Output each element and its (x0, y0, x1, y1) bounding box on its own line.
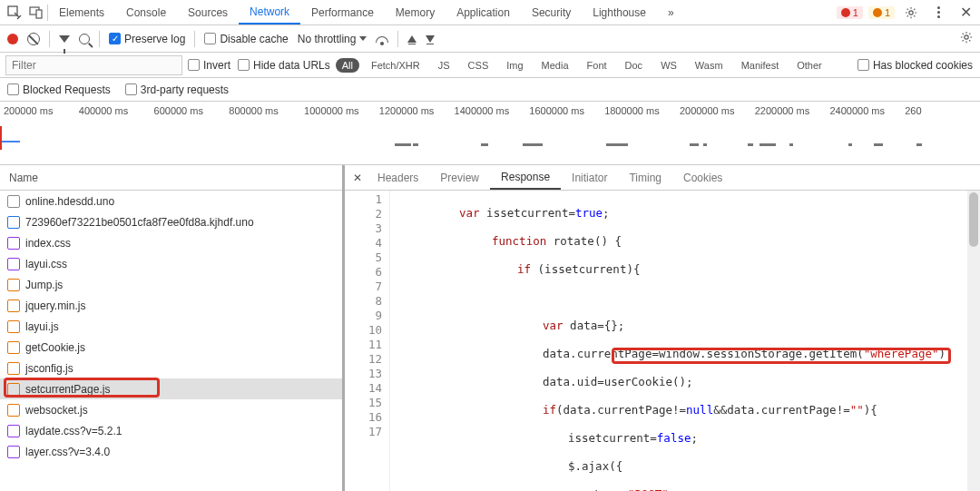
network-conditions-icon[interactable] (376, 33, 388, 45)
request-item[interactable]: online.hdesdd.uno (0, 191, 342, 211)
line-numbers: 1234567891011121314151617 (345, 191, 390, 491)
filter-type-fetchxhr[interactable]: Fetch/XHR (365, 58, 426, 73)
request-name: 723960ef73221be0501cfa8f7ee0fd8a.kjhdf.u… (25, 216, 254, 229)
preserve-log-checkbox[interactable]: Preserve log (109, 33, 185, 45)
tab-console[interactable]: Console (115, 0, 177, 25)
device-icon[interactable] (25, 2, 47, 24)
filter-type-manifest[interactable]: Manifest (735, 58, 786, 73)
hide-data-urls-checkbox[interactable]: Hide data URLs (238, 59, 330, 72)
request-item[interactable]: jsconfig.js (0, 358, 342, 378)
timeline-segment (523, 143, 543, 146)
tab-application[interactable]: Application (446, 0, 521, 25)
upload-har-icon[interactable] (407, 35, 416, 43)
timeline-overview[interactable]: 200000 ms400000 ms600000 ms800000 ms1000… (0, 102, 980, 165)
request-name: jquery.min.js (25, 300, 85, 312)
detail-tab-timing[interactable]: Timing (618, 165, 672, 190)
more-menu-icon[interactable] (927, 2, 949, 24)
requests-list[interactable]: online.hdesdd.uno723960ef73221be0501cfa8… (0, 191, 342, 491)
request-name: laydate.css?v=5.2.1 (25, 425, 122, 437)
warning-badge[interactable]: 1 (868, 6, 895, 19)
css-file-icon (7, 237, 20, 250)
filter-type-ws[interactable]: WS (654, 58, 683, 73)
request-item[interactable]: 723960ef73221be0501cfa8f7ee0fd8a.kjhdf.u… (0, 211, 342, 232)
tab-performance[interactable]: Performance (300, 0, 385, 25)
blocked-requests-checkbox[interactable]: Blocked Requests (7, 83, 111, 96)
filter-type-all[interactable]: All (336, 58, 359, 73)
request-name: layui.css (25, 258, 67, 270)
detail-tab-preview[interactable]: Preview (429, 165, 490, 190)
filter-type-wasm[interactable]: Wasm (689, 58, 730, 73)
error-count: 1 (853, 7, 858, 18)
response-body[interactable]: 1234567891011121314151617 var issetcurre… (345, 191, 980, 491)
column-header-name[interactable]: Name (0, 165, 342, 191)
filter-icon[interactable] (59, 35, 70, 43)
request-item[interactable]: getCookie.js (0, 337, 342, 358)
timeline-segment (916, 143, 922, 146)
tab-lighthouse[interactable]: Lighthouse (582, 0, 657, 25)
detail-tab-cookies[interactable]: Cookies (672, 165, 733, 190)
filter-input[interactable] (5, 55, 182, 75)
css-file-icon (7, 425, 20, 437)
tab-security[interactable]: Security (521, 0, 582, 25)
warning-count: 1 (885, 7, 890, 18)
filter-type-js[interactable]: JS (432, 58, 456, 73)
timeline-label: 800000 ms (229, 105, 304, 116)
error-badge[interactable]: 1 (837, 6, 863, 19)
timeline-label: 400000 ms (79, 105, 154, 116)
timeline-segment (606, 143, 628, 146)
request-item[interactable]: Jump.js (0, 274, 342, 295)
line-number: 9 (345, 309, 382, 323)
disable-cache-checkbox[interactable]: Disable cache (204, 33, 288, 45)
main-content: Name online.hdesdd.uno723960ef73221be050… (0, 165, 980, 491)
close-devtools-icon[interactable]: ✕ (955, 2, 976, 24)
scrollbar[interactable] (967, 191, 980, 491)
request-item[interactable]: layui.css (0, 253, 342, 274)
request-item[interactable]: index.css (0, 232, 342, 253)
detail-panel: ✕ HeadersPreviewResponseInitiatorTimingC… (345, 165, 980, 491)
record-button[interactable] (7, 34, 18, 44)
filter-type-doc[interactable]: Doc (619, 58, 650, 73)
js-file-icon (7, 341, 20, 354)
code-content: var issetcurrent=true; function rotate()… (390, 191, 967, 491)
download-har-icon[interactable] (426, 35, 435, 43)
more-tabs[interactable]: » (657, 6, 685, 19)
blocked-cookies-checkbox[interactable]: Has blocked cookies (858, 59, 973, 72)
request-item[interactable]: jquery.min.js (0, 295, 342, 316)
request-item[interactable]: layer.css?v=3.4.0 (0, 441, 342, 462)
timeline-segment (848, 143, 852, 146)
tab-memory[interactable]: Memory (385, 0, 446, 25)
tab-sources[interactable]: Sources (177, 0, 239, 25)
filter-row: Invert Hide data URLs AllFetch/XHRJSCSSI… (0, 53, 980, 78)
filter-type-font[interactable]: Font (581, 58, 613, 73)
js-file-icon (7, 404, 20, 417)
request-item[interactable]: layui.js (0, 316, 342, 337)
invert-checkbox[interactable]: Invert (188, 59, 230, 72)
request-name: layer.css?v=3.4.0 (25, 446, 110, 458)
tab-network[interactable]: Network (239, 0, 300, 25)
network-settings-icon[interactable] (960, 31, 973, 46)
requests-panel: Name online.hdesdd.uno723960ef73221be050… (0, 165, 345, 491)
request-item[interactable]: laydate.css?v=5.2.1 (0, 420, 342, 441)
tab-elements[interactable]: Elements (48, 0, 115, 25)
filter-type-media[interactable]: Media (535, 58, 575, 73)
request-name: getCookie.js (25, 341, 85, 354)
search-icon[interactable] (79, 34, 90, 44)
line-number: 5 (345, 250, 382, 265)
request-item[interactable]: setcurrentPage.js (0, 378, 342, 399)
throttling-select[interactable]: No throttling (298, 33, 368, 45)
request-item[interactable]: websocket.js (0, 399, 342, 420)
settings-icon[interactable] (900, 2, 922, 24)
detail-tab-response[interactable]: Response (490, 165, 561, 190)
detail-tab-initiator[interactable]: Initiator (561, 165, 618, 190)
clear-button[interactable] (27, 33, 40, 45)
filter-type-css[interactable]: CSS (462, 58, 495, 73)
svg-point-3 (909, 10, 913, 14)
timeline-label: 2400000 ms (829, 105, 905, 116)
close-detail-icon[interactable]: ✕ (348, 172, 367, 184)
line-number: 14 (345, 381, 382, 396)
filter-type-img[interactable]: Img (500, 58, 529, 73)
third-party-checkbox[interactable]: 3rd-party requests (125, 83, 229, 96)
detail-tab-headers[interactable]: Headers (367, 165, 429, 190)
inspect-icon[interactable] (4, 2, 25, 24)
filter-type-other[interactable]: Other (790, 58, 828, 73)
